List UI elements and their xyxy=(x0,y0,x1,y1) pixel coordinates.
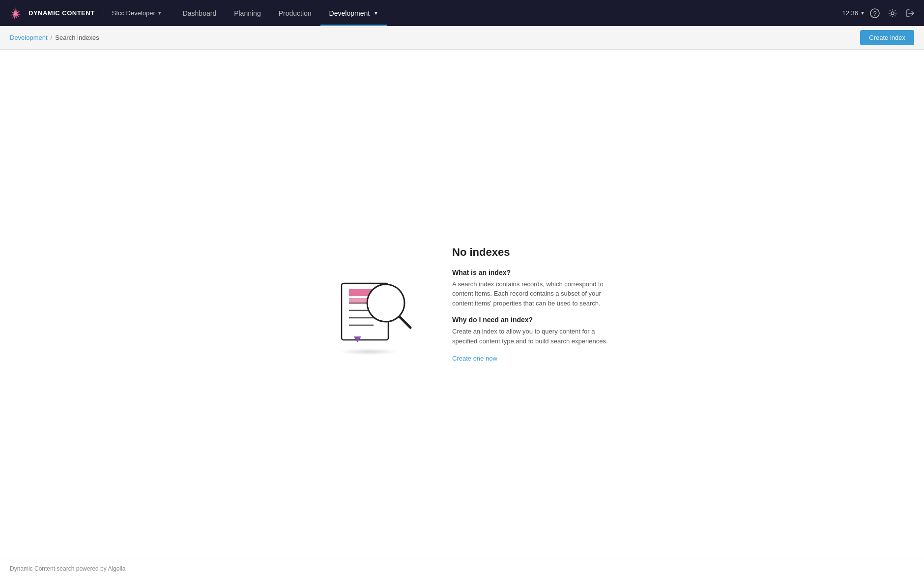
search-index-illustration xyxy=(319,254,418,352)
svg-point-14 xyxy=(370,287,402,319)
nav-divider xyxy=(104,6,104,21)
top-navigation: DYNAMIC CONTENT Sfcc Developer ▼ Dashboa… xyxy=(0,0,924,26)
section1-title: What is an index? xyxy=(452,269,609,276)
workspace-chevron-icon: ▼ xyxy=(157,10,162,16)
app-logo[interactable]: DYNAMIC CONTENT xyxy=(8,5,95,21)
section2-desc: Create an index to allow you to query co… xyxy=(452,327,609,346)
page-footer: Dynamic Content search powered by Algoli… xyxy=(0,559,924,578)
nav-link-development[interactable]: Development ▼ xyxy=(320,0,387,26)
svg-line-15 xyxy=(400,317,410,328)
time-chevron-icon: ▼ xyxy=(860,10,865,16)
app-name: DYNAMIC CONTENT xyxy=(29,9,95,17)
breadcrumb-parent[interactable]: Development xyxy=(10,34,48,41)
create-index-button[interactable]: Create index xyxy=(860,30,914,45)
development-chevron-icon: ▼ xyxy=(374,10,378,16)
breadcrumb-separator: / xyxy=(51,34,53,41)
illustration-shadow xyxy=(339,348,398,355)
settings-button[interactable] xyxy=(885,5,900,21)
logo-icon xyxy=(8,5,24,21)
main-content: No indexes What is an index? A search in… xyxy=(0,50,924,559)
logout-icon xyxy=(905,8,915,18)
svg-point-4 xyxy=(891,12,894,15)
nav-links: Dashboard Planning Production Developmen… xyxy=(174,0,842,26)
svg-text:?: ? xyxy=(873,10,876,17)
nav-time-display: 12:36 ▼ xyxy=(842,9,865,17)
nav-link-planning[interactable]: Planning xyxy=(225,0,270,26)
workspace-name: Sfcc Developer xyxy=(112,9,155,17)
help-icon: ? xyxy=(870,8,880,18)
empty-state-title: No indexes xyxy=(452,246,609,259)
nav-right-area: 12:36 ▼ ? xyxy=(842,5,924,21)
logout-button[interactable] xyxy=(902,5,918,21)
create-one-now-link[interactable]: Create one now xyxy=(452,355,497,362)
nav-link-production[interactable]: Production xyxy=(270,0,320,26)
section2-title: Why do I need an index? xyxy=(452,316,609,324)
section1-desc: A search index contains records, which c… xyxy=(452,279,609,308)
breadcrumb-current: Search indexes xyxy=(55,34,99,41)
empty-state: No indexes What is an index? A search in… xyxy=(315,246,609,363)
footer-text: Dynamic Content search powered by Algoli… xyxy=(10,565,125,572)
help-button[interactable]: ? xyxy=(867,5,883,21)
empty-state-text-content: No indexes What is an index? A search in… xyxy=(452,246,609,363)
gear-icon xyxy=(888,8,897,18)
workspace-selector[interactable]: Sfcc Developer ▼ xyxy=(108,6,166,20)
breadcrumb-bar: Development / Search indexes Create inde… xyxy=(0,26,924,50)
nav-link-dashboard[interactable]: Dashboard xyxy=(174,0,226,26)
breadcrumb: Development / Search indexes xyxy=(10,34,860,41)
empty-state-illustration xyxy=(315,254,423,355)
